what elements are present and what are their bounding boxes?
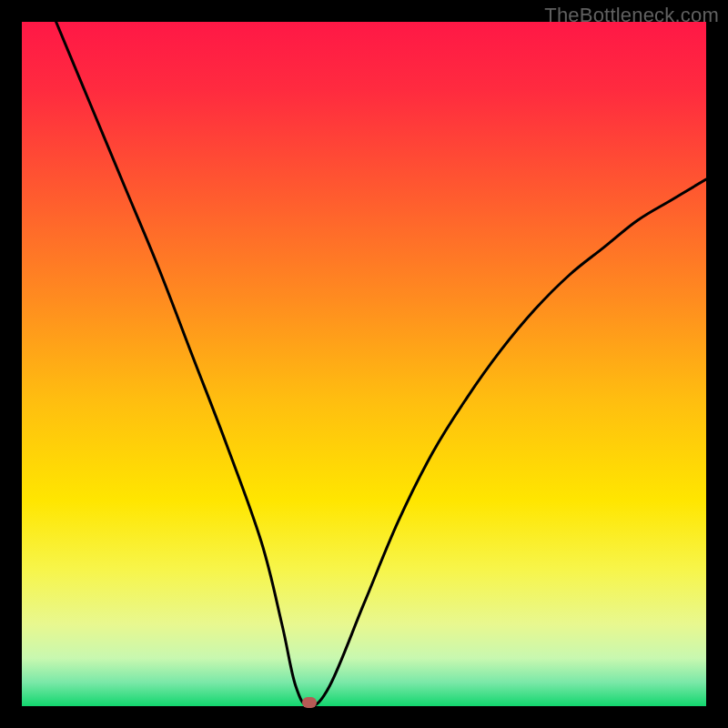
watermark-text: TheBottleneck.com	[544, 4, 719, 27]
minimum-marker	[302, 697, 317, 708]
chart-frame	[22, 22, 706, 706]
bottleneck-chart	[22, 22, 706, 706]
